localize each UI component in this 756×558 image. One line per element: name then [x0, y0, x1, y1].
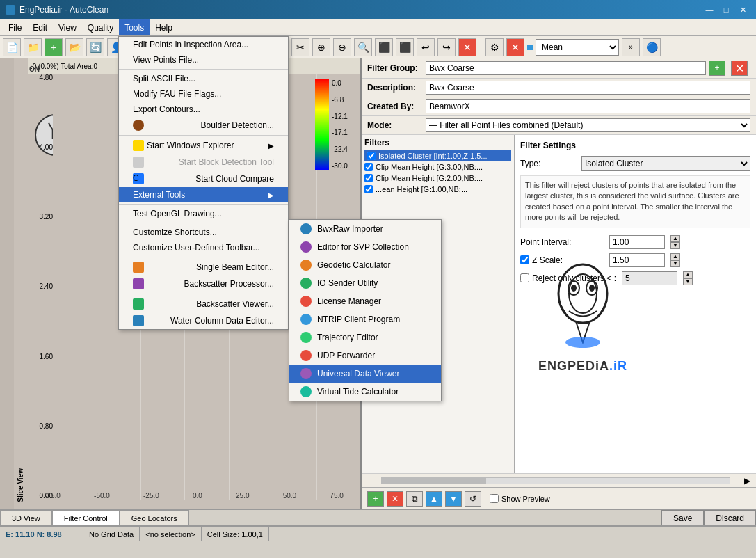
submenu-ntrip[interactable]: NTRIP Client Program: [289, 310, 441, 328]
toolbar-action7[interactable]: ⬛: [396, 38, 414, 56]
toolbar-action3[interactable]: ⊕: [312, 38, 330, 56]
filter-group-input[interactable]: [426, 61, 706, 75]
toolbar-clear[interactable]: ✕: [458, 38, 476, 56]
menu-customize-toolbar[interactable]: Customize User-Defined Toolbar...: [119, 240, 288, 255]
trajectory-icon: [300, 332, 312, 343]
reject-only-down[interactable]: ▼: [683, 278, 693, 285]
submenu-editor-svp[interactable]: Editor for SVP Collection: [289, 238, 441, 256]
submenu-trajectory[interactable]: Trajectory Editor: [289, 328, 441, 346]
menu-split-ascii[interactable]: Split ASCII File...: [119, 71, 288, 86]
reject-only-up[interactable]: ▲: [683, 271, 693, 278]
fc-down-btn[interactable]: ▼: [445, 491, 462, 507]
submenu-bwxraw[interactable]: BwxRaw Importer: [289, 220, 441, 238]
toolbar-new[interactable]: 📄: [3, 38, 21, 56]
toolbar-undo2[interactable]: ↪: [437, 38, 456, 56]
toolbar-action4[interactable]: ⊖: [333, 38, 351, 56]
submenu-udp[interactable]: UDP Forwarder: [289, 346, 441, 365]
fc-reset-btn[interactable]: ↺: [465, 491, 481, 507]
filter-group-remove[interactable]: ✕: [731, 61, 748, 76]
menu-cloud-compare[interactable]: C Start Cloud Compare: [119, 170, 288, 187]
toolbar-action6[interactable]: ⬛: [375, 38, 393, 56]
filter-item-2[interactable]: Clip Mean Height [G:2.00,NB:...: [364, 173, 511, 184]
toolbar-action5[interactable]: 🔍: [354, 38, 372, 56]
menu-test-opengl[interactable]: Test OpenGL Drawing...: [119, 206, 288, 221]
z-scale-down[interactable]: ▼: [670, 260, 680, 267]
virtual-tide-icon: [300, 386, 312, 397]
color-bar-labels: 0.0 -6.8 -12.1 -17.1 -22.4 -30.0: [332, 79, 348, 170]
menu-quality[interactable]: Quality: [82, 19, 119, 35]
menu-customize-shortcuts[interactable]: Customize Shortcuts...: [119, 225, 288, 240]
toolbar-refresh[interactable]: 🔄: [86, 38, 104, 56]
maximize-button[interactable]: □: [718, 3, 734, 16]
save-button[interactable]: Save: [661, 510, 704, 525]
submenu-io-sender[interactable]: IO Sender Utility: [289, 274, 441, 292]
io-sender-icon: [300, 278, 312, 289]
filter-item-1[interactable]: Clip Mean Height [G:3.00,NB:...: [364, 161, 511, 173]
close-button[interactable]: ✕: [735, 3, 750, 16]
menu-backscatter-viewer[interactable]: Backscatter Viewer...: [119, 296, 288, 312]
minimize-button[interactable]: —: [702, 3, 717, 16]
submenu-geodetic[interactable]: Geodetic Calculator: [289, 256, 441, 274]
menu-edit[interactable]: Edit: [27, 19, 53, 35]
toolbar-save[interactable]: +: [45, 38, 63, 56]
menu-export-contours[interactable]: Export Contours...: [119, 102, 288, 117]
filter-check-1[interactable]: [364, 163, 373, 171]
mean-indicator: [527, 45, 533, 50]
fc-remove-btn[interactable]: ✕: [387, 491, 403, 507]
menu-windows-explorer[interactable]: Start Windows Explorer ▶: [119, 137, 288, 154]
filter-item-0[interactable]: Isolated Cluster [Int:1.00,Z:1.5...: [364, 150, 511, 161]
scroll-right[interactable]: ▶: [744, 476, 750, 486]
filter-description: This filter will reject clusters of poin…: [520, 175, 750, 228]
toolbar-action2[interactable]: ✂: [291, 38, 309, 56]
toolbar-expand[interactable]: »: [622, 38, 640, 56]
point-interval-up[interactable]: ▲: [670, 235, 680, 242]
menu-block-detection: Start Block Detection Tool: [119, 154, 288, 170]
toolbar-extra[interactable]: 🔵: [643, 38, 661, 56]
svg-point-6: [565, 337, 600, 348]
menu-backscatter-proc[interactable]: Backscatter Processor...: [119, 276, 288, 292]
menu-water-column[interactable]: Water Column Data Editor...: [119, 312, 288, 329]
license-icon: [300, 296, 312, 307]
toolbar-open2[interactable]: 📂: [65, 38, 83, 56]
toolbar-open[interactable]: 📁: [24, 38, 42, 56]
tab-filter-control[interactable]: Filter Control: [52, 510, 120, 525]
type-row: Type: Isolated Cluster: [520, 156, 750, 171]
total-area-display: :0 (0.0%) Total Area:0: [31, 63, 97, 70]
fc-add-btn[interactable]: +: [367, 491, 384, 507]
filter-check-3[interactable]: [364, 185, 373, 193]
filter-item-3[interactable]: ...ean Height [G:1.00,NB:...: [364, 184, 511, 195]
toolbar-filter[interactable]: ✕: [506, 38, 524, 56]
description-input[interactable]: [426, 81, 750, 95]
menu-view-points[interactable]: View Points File...: [119, 52, 288, 67]
submenu-virtual-tide[interactable]: Virtual Tide Calculator: [289, 383, 441, 401]
created-by-input[interactable]: [426, 99, 750, 113]
menu-file[interactable]: File: [3, 19, 27, 35]
toolbar-undo[interactable]: ↩: [417, 38, 435, 56]
filter-check-2[interactable]: [364, 174, 373, 182]
fc-copy-btn[interactable]: ⧉: [406, 491, 423, 507]
tab-geo-locators[interactable]: Geo Locators: [120, 510, 189, 525]
mode-select[interactable]: — Filter all Point Files combined (Defau…: [426, 118, 750, 132]
submenu-universal[interactable]: Universal Data Viewer: [289, 365, 441, 383]
status-e: E: 11.10 N: 8.98: [0, 527, 83, 541]
menu-single-beam[interactable]: Single Beam Editor...: [119, 259, 288, 276]
z-scale-up[interactable]: ▲: [670, 253, 680, 260]
type-select[interactable]: Isolated Cluster: [581, 156, 750, 171]
menu-view[interactable]: View: [53, 19, 82, 35]
menu-boulder[interactable]: Boulder Detection...: [119, 117, 288, 134]
tab-3d-view[interactable]: 3D View: [0, 510, 52, 525]
menu-help[interactable]: Help: [150, 19, 178, 35]
toolbar-settings[interactable]: ⚙: [485, 38, 504, 56]
menu-tools[interactable]: Tools: [119, 19, 150, 35]
menu-edit-points[interactable]: Edit Points in Inspection Area...: [119, 37, 288, 52]
show-preview-checkbox[interactable]: [490, 494, 499, 503]
point-interval-down[interactable]: ▼: [670, 242, 680, 249]
fc-up-btn[interactable]: ▲: [426, 491, 442, 507]
filter-check-0[interactable]: [367, 152, 376, 160]
menu-modify-fau[interactable]: Modify FAU File Flags...: [119, 86, 288, 102]
menu-external-tools[interactable]: External Tools ▶: [119, 187, 288, 202]
submenu-license[interactable]: License Manager: [289, 292, 441, 310]
filter-group-add[interactable]: +: [709, 61, 725, 76]
discard-button[interactable]: Discard: [704, 510, 756, 525]
mean-filter-select[interactable]: Mean: [536, 39, 619, 56]
